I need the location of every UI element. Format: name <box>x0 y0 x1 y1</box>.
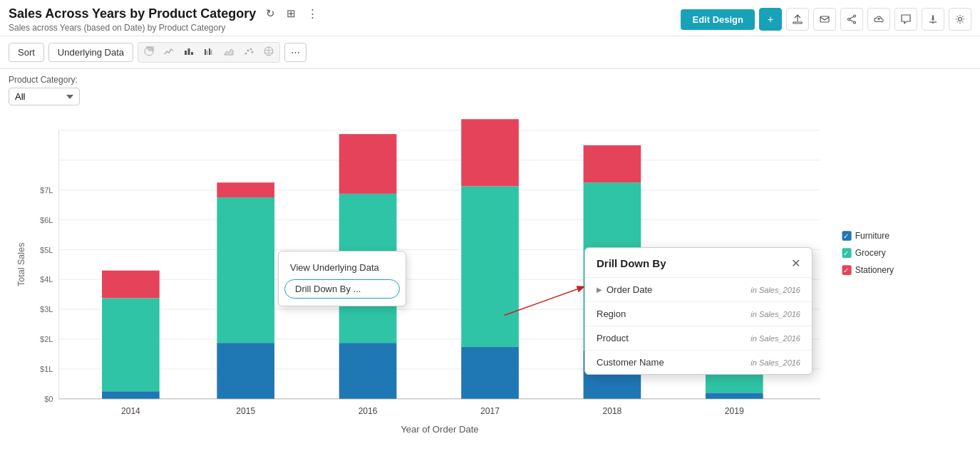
settings-button[interactable] <box>949 8 971 31</box>
svg-line-5 <box>850 20 854 22</box>
view-underlying-data-item[interactable]: View Underlying Data <box>279 257 406 278</box>
region-label: Region <box>597 309 626 319</box>
svg-text:✓: ✓ <box>843 266 849 274</box>
product-category-filter[interactable]: All Furniture Grocery Stationery <box>9 88 80 105</box>
svg-text:$7L: $7L <box>40 186 53 195</box>
svg-text:2016: 2016 <box>359 405 378 415</box>
drill-row-region[interactable]: Region in Sales_2016 <box>585 302 812 326</box>
bar-2016-furniture[interactable] <box>339 343 397 398</box>
scatter-button[interactable] <box>239 44 258 61</box>
share-button[interactable] <box>840 8 863 31</box>
comment-button[interactable] <box>894 8 917 31</box>
bar-2016-stationery[interactable] <box>339 134 397 194</box>
alert-button[interactable] <box>922 8 944 31</box>
drill-row-order-date[interactable]: ▶ Order Date in Sales_2016 <box>585 278 812 302</box>
svg-text:Stationery: Stationery <box>855 265 894 275</box>
svg-rect-14 <box>209 48 210 55</box>
svg-point-7 <box>959 18 962 21</box>
svg-line-4 <box>850 16 854 19</box>
svg-rect-15 <box>211 50 212 55</box>
product-label: Product <box>597 333 629 343</box>
bar-2018-stationery[interactable] <box>584 145 641 182</box>
page-title: Sales Across Years by Product Category <box>9 6 256 21</box>
drill-down-panel: Drill Down By ✕ ▶ Order Date in Sales_20… <box>584 247 813 375</box>
svg-text:$5L: $5L <box>40 245 53 254</box>
upload-button[interactable] <box>786 8 809 31</box>
drill-row-product[interactable]: Product in Sales_2016 <box>585 326 812 351</box>
bar-2019-furniture[interactable] <box>706 393 763 398</box>
svg-text:$4L: $4L <box>40 275 53 284</box>
drill-down-by-item[interactable]: Drill Down By ... <box>284 279 400 299</box>
email-button[interactable] <box>813 8 836 31</box>
bar-chart-button[interactable] <box>180 44 198 61</box>
subtitle: Sales across Years (based on Date) by Pr… <box>9 23 321 33</box>
pie-chart-button[interactable] <box>140 44 158 61</box>
drill-row-customer-name[interactable]: Customer Name in Sales_2016 <box>585 351 812 374</box>
svg-rect-0 <box>820 16 829 22</box>
add-button[interactable]: + <box>759 8 782 31</box>
svg-point-18 <box>250 48 252 51</box>
svg-rect-10 <box>188 48 190 55</box>
bar-2015-grocery[interactable] <box>217 197 274 343</box>
bar-2014-stationery[interactable] <box>102 271 160 299</box>
product-source: in Sales_2016 <box>751 334 800 343</box>
svg-text:✓: ✓ <box>843 249 849 257</box>
svg-text:✓: ✓ <box>843 232 849 240</box>
grid-icon-button[interactable]: ⊞ <box>284 6 299 21</box>
refresh-button[interactable]: ↻ <box>263 6 278 21</box>
bar-2017-grocery[interactable] <box>461 186 519 346</box>
svg-point-19 <box>252 51 254 53</box>
line-chart-button[interactable] <box>160 44 178 61</box>
svg-text:Grocery: Grocery <box>855 248 887 258</box>
drill-panel-title: Drill Down By <box>597 257 666 269</box>
svg-text:2015: 2015 <box>236 405 255 415</box>
svg-point-16 <box>245 53 247 55</box>
edit-design-button[interactable]: Edit Design <box>681 9 755 30</box>
underlying-data-button[interactable]: Underlying Data <box>48 43 133 62</box>
bar-2015-furniture[interactable] <box>217 343 274 398</box>
svg-rect-12 <box>205 49 206 55</box>
order-date-source: in Sales_2016 <box>751 286 800 294</box>
svg-text:2014: 2014 <box>121 405 140 415</box>
bar-2017-furniture[interactable] <box>461 346 519 398</box>
svg-text:$6L: $6L <box>40 216 53 224</box>
svg-text:Total Sales: Total Sales <box>16 243 26 286</box>
svg-point-17 <box>247 50 249 52</box>
svg-text:$1L: $1L <box>40 365 53 373</box>
more-chart-options-button[interactable]: ⋯ <box>284 43 306 62</box>
bar-2014-grocery[interactable] <box>102 298 160 391</box>
sort-button[interactable]: Sort <box>9 43 44 62</box>
svg-text:$3L: $3L <box>40 305 53 314</box>
svg-rect-9 <box>185 51 187 55</box>
drill-panel-close-button[interactable]: ✕ <box>791 256 800 270</box>
svg-text:2018: 2018 <box>602 405 621 415</box>
region-source: in Sales_2016 <box>751 310 800 318</box>
grouped-bar-button[interactable] <box>200 44 218 61</box>
svg-text:$0: $0 <box>44 395 53 403</box>
svg-text:2017: 2017 <box>480 405 500 415</box>
svg-text:Furniture: Furniture <box>855 230 890 240</box>
bar-2017-stationery[interactable] <box>461 119 519 186</box>
customer-name-label: Customer Name <box>597 357 664 368</box>
order-date-label: Order Date <box>607 284 652 295</box>
map-button[interactable] <box>259 44 278 61</box>
order-date-arrow-icon: ▶ <box>597 286 602 294</box>
chart-type-selector <box>138 42 280 63</box>
chart-svg: $0 $1L $2L $3L $4L $5L $6L $7L Total Sal… <box>9 115 971 436</box>
svg-rect-11 <box>191 52 193 55</box>
bar-2015-stationery[interactable] <box>217 182 274 197</box>
context-menu: View Underlying Data Drill Down By ... <box>278 251 406 306</box>
cloud-button[interactable] <box>867 8 890 31</box>
svg-text:2019: 2019 <box>725 405 744 415</box>
svg-point-3 <box>848 19 850 21</box>
customer-name-source: in Sales_2016 <box>751 358 800 367</box>
filter-label: Product Category: <box>9 75 971 85</box>
more-options-button[interactable]: ⋮ <box>304 6 321 21</box>
svg-rect-13 <box>207 51 208 55</box>
chart-area: $0 $1L $2L $3L $4L $5L $6L $7L Total Sal… <box>0 108 980 436</box>
svg-text:Year of Order Date: Year of Order Date <box>401 424 478 435</box>
area-chart-button[interactable] <box>220 44 238 61</box>
bar-2014-furniture[interactable] <box>102 391 160 398</box>
svg-text:$2L: $2L <box>40 335 53 343</box>
